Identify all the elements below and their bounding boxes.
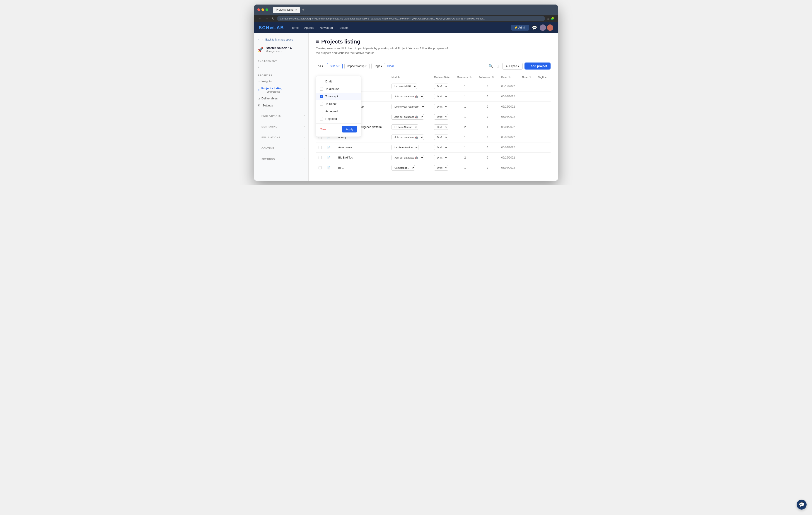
- members-sort-icon: ⇅: [469, 76, 471, 79]
- col-date[interactable]: Date ⇅: [499, 73, 520, 81]
- followers-1: 0: [476, 81, 499, 91]
- dropdown-apply-btn[interactable]: Apply: [342, 126, 357, 132]
- module-select-6[interactable]: Join our database 🤖: [392, 134, 424, 140]
- impact-startup-filter-btn[interactable]: impact startup ▾: [344, 63, 370, 69]
- browser-tab-active[interactable]: Projects listing ✕: [273, 7, 300, 13]
- project-name-7[interactable]: Automaterz: [336, 143, 389, 153]
- space-sub: Manage space: [266, 50, 292, 53]
- row-checkbox-9[interactable]: [319, 166, 322, 170]
- minimize-window-btn[interactable]: [261, 8, 264, 11]
- tagline-2: [535, 91, 551, 102]
- status-option-to-reject[interactable]: To reject: [316, 100, 361, 108]
- notification-icon[interactable]: 💬: [532, 25, 537, 30]
- state-select-7[interactable]: Draft: [434, 145, 448, 150]
- back-btn[interactable]: ←: [257, 16, 262, 21]
- state-select-5[interactable]: Draft: [434, 124, 448, 130]
- user-avatar-2[interactable]: [547, 25, 553, 31]
- project-name-8[interactable]: Big Bird Tech: [336, 153, 389, 163]
- reload-btn[interactable]: ↻: [271, 16, 276, 21]
- col-members[interactable]: Members ⇅: [454, 73, 476, 81]
- admin-label: ⚡ Admin: [514, 26, 526, 29]
- status-option-to-accept[interactable]: ✓ To accept: [316, 93, 361, 100]
- sidebar-participants-item[interactable]: PARTICIPANTS ›: [254, 111, 308, 120]
- status-option-to-discuss[interactable]: To discuss: [316, 85, 361, 93]
- status-option-draft[interactable]: Draft: [316, 78, 361, 85]
- nav-home[interactable]: Home: [291, 26, 299, 29]
- rejected-checkbox[interactable]: [320, 117, 323, 120]
- content-section-title: CONTENT: [258, 145, 278, 151]
- url-bar[interactable]: startups.schoolab.tools/program/125/mana…: [277, 16, 545, 21]
- draft-checkbox[interactable]: [320, 80, 323, 83]
- nav-agenda[interactable]: Agenda: [304, 26, 314, 29]
- sidebar-evaluations-item[interactable]: EVALUATIONS ›: [254, 132, 308, 142]
- state-select-4[interactable]: Draft: [434, 114, 448, 120]
- note-6: [519, 132, 535, 143]
- state-select-2[interactable]: Draft: [434, 94, 448, 99]
- sidebar-item-settings[interactable]: ⚙ Settings: [254, 102, 308, 109]
- tab-close-btn[interactable]: ✕: [295, 9, 297, 11]
- module-select-5[interactable]: Le Lean Startup: [392, 124, 418, 130]
- module-select-2[interactable]: Join our database 🤖: [392, 94, 424, 99]
- followers-6: 0: [476, 132, 499, 143]
- col-followers[interactable]: Followers ⇅: [476, 73, 499, 81]
- sidebar-item-insights[interactable]: ○ Insights: [254, 78, 308, 85]
- module-select-4[interactable]: Join our database 🤖: [392, 114, 424, 120]
- new-tab-btn[interactable]: +: [302, 7, 304, 12]
- status-option-rejected[interactable]: Rejected: [316, 115, 361, 123]
- user-avatar-1[interactable]: [540, 25, 546, 31]
- sidebar-section-participants: PARTICIPANTS ›: [254, 111, 308, 120]
- close-window-btn[interactable]: [257, 8, 260, 11]
- state-select-9[interactable]: Draft: [434, 165, 448, 171]
- date-1: 05/17/2022: [499, 81, 520, 91]
- to-reject-checkbox[interactable]: [320, 102, 323, 105]
- row-checkbox-8[interactable]: [319, 156, 322, 159]
- followers-9: 0: [476, 163, 499, 173]
- sidebar-item-projects-listing[interactable]: ≡ Projects listing 99 projects: [254, 85, 308, 95]
- sidebar-item-deliverables[interactable]: □ Deliverables: [254, 95, 308, 102]
- row-checkbox-7[interactable]: [319, 146, 322, 149]
- forward-btn[interactable]: →: [264, 16, 269, 21]
- state-select-3[interactable]: Draft: [434, 104, 448, 110]
- sidebar-settings-item[interactable]: SETTINGS ›: [254, 154, 308, 163]
- to-reject-label: To reject: [325, 102, 337, 105]
- nav-newsfeed[interactable]: Newsfeed: [320, 26, 333, 29]
- back-to-manage-space-link[interactable]: ← ← Back to Manage space: [254, 37, 308, 42]
- module-select-7[interactable]: La rémunération: [392, 145, 418, 150]
- export-btn[interactable]: ⬇ Export ▾: [502, 63, 523, 69]
- window-controls[interactable]: [257, 8, 268, 11]
- filter-icon-btn[interactable]: ⊞: [496, 63, 500, 69]
- nav-toolbox[interactable]: Toolbox: [338, 26, 348, 29]
- tags-filter-btn[interactable]: Tags ▾: [371, 63, 385, 69]
- add-project-btn[interactable]: + Add project: [524, 62, 551, 69]
- to-accept-checkbox[interactable]: ✓: [320, 95, 323, 98]
- module-select-1[interactable]: La comptabilité: [392, 84, 417, 89]
- state-select-6[interactable]: Draft: [434, 134, 448, 140]
- table-row: 📄 Big Bird Tech Join our database 🤖 Draf…: [316, 153, 551, 163]
- accepted-checkbox[interactable]: [320, 110, 323, 113]
- sidebar-content-item[interactable]: CONTENT ›: [254, 143, 308, 152]
- module-select-9[interactable]: Comptabilit...: [392, 165, 415, 171]
- status-option-accepted[interactable]: Accepted: [316, 108, 361, 115]
- dropdown-clear-btn[interactable]: Clear: [320, 127, 327, 131]
- sidebar-engagement-item[interactable]: ›: [254, 63, 308, 70]
- search-btn[interactable]: 🔍: [488, 63, 494, 69]
- to-discuss-checkbox[interactable]: [320, 87, 323, 91]
- status-filter-btn[interactable]: Status ▾: [327, 63, 343, 69]
- date-5: 05/04/2022: [499, 122, 520, 132]
- maximize-window-btn[interactable]: [265, 8, 268, 11]
- project-name-9[interactable]: Bin...: [336, 163, 389, 173]
- state-select-8[interactable]: Draft: [434, 155, 448, 160]
- state-select-1[interactable]: Draft: [434, 84, 448, 89]
- module-select-3[interactable]: Define your roadmap •: [392, 104, 425, 110]
- admin-button[interactable]: ⚡ Admin: [511, 25, 529, 31]
- col-note[interactable]: Note ⇅: [519, 73, 535, 81]
- accepted-label: Accepted: [325, 110, 338, 113]
- extensions-icon[interactable]: 🧩: [551, 17, 555, 20]
- filter-all-dropdown[interactable]: All ▾: [316, 63, 325, 69]
- date-6: 05/03/2022: [499, 132, 520, 143]
- sidebar-mentoring-item[interactable]: MENTORING ›: [254, 122, 308, 131]
- page-header: ≡ Projects listing Create projects and l…: [309, 33, 558, 59]
- bookmark-icon[interactable]: ☆: [547, 17, 549, 20]
- clear-filters-link[interactable]: Clear: [387, 64, 394, 68]
- module-select-8[interactable]: Join our database 🤖: [392, 155, 424, 160]
